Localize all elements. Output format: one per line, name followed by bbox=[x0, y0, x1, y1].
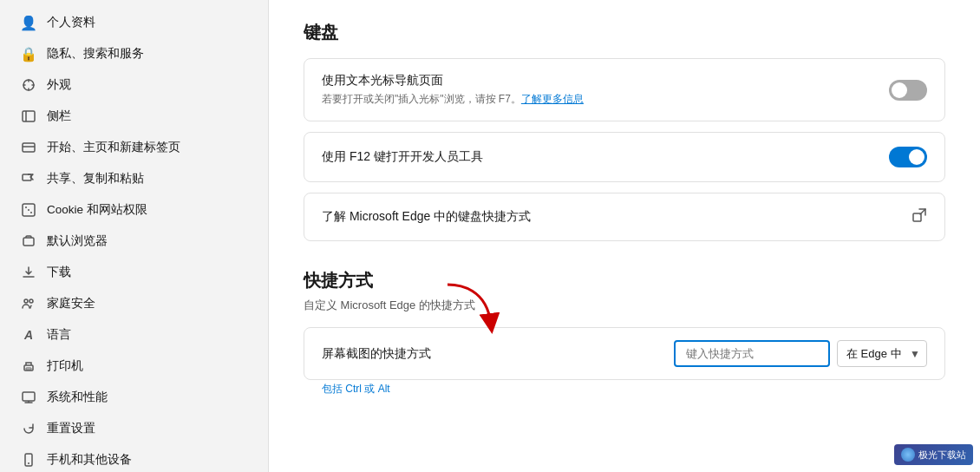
sidebar-item-personal[interactable]: 👤 个人资料 bbox=[3, 7, 265, 38]
svg-point-10 bbox=[30, 212, 32, 213]
sidebar-item-reset[interactable]: 重置设置 bbox=[3, 413, 265, 444]
sidebar-label-appearance: 外观 bbox=[47, 77, 71, 93]
sidebar-item-appearance[interactable]: 外观 bbox=[3, 69, 265, 101]
card2-toggle[interactable] bbox=[889, 147, 927, 167]
mobile-icon bbox=[21, 452, 36, 468]
watermark-logo bbox=[901, 448, 915, 462]
shortcuts-description: 自定义 Microsoft Edge 的快捷方式 bbox=[304, 298, 945, 313]
sidebar-label-reset: 重置设置 bbox=[47, 421, 95, 436]
external-link-icon bbox=[911, 207, 927, 226]
printer-icon bbox=[21, 358, 36, 374]
keyboard-section-title: 键盘 bbox=[304, 21, 945, 44]
sidebar-item-cookies[interactable]: Cookie 和网站权限 bbox=[3, 194, 265, 226]
sidebar-label-printer: 打印机 bbox=[47, 358, 83, 374]
shortcut-hint: 包括 Ctrl 或 Alt bbox=[322, 382, 390, 397]
sidebar-item-family[interactable]: 家庭安全 bbox=[3, 288, 265, 319]
sidebar-item-language[interactable]: A 语言 bbox=[3, 319, 265, 351]
svg-rect-16 bbox=[26, 368, 31, 370]
share-icon bbox=[21, 171, 36, 187]
sidebar-label-default: 默认浏览器 bbox=[47, 233, 108, 249]
sidebar-item-sidebar[interactable]: 侧栏 bbox=[3, 101, 265, 132]
svg-rect-11 bbox=[23, 238, 34, 246]
main-content: 键盘 使用文本光标导航页面 若要打开或关闭"插入光标"浏览，请按 F7。了解更多… bbox=[269, 0, 980, 472]
sidebar-label-cookies: Cookie 和网站权限 bbox=[47, 202, 147, 218]
download-icon bbox=[21, 265, 36, 280]
svg-point-13 bbox=[24, 299, 28, 303]
sidebar-label-language: 语言 bbox=[47, 327, 71, 343]
card-text-cursor: 使用文本光标导航页面 若要打开或关闭"插入光标"浏览，请按 F7。了解更多信息 bbox=[304, 58, 945, 121]
system-icon bbox=[21, 390, 36, 405]
svg-point-9 bbox=[28, 209, 29, 211]
sidebar-item-privacy[interactable]: 🔒 隐私、搜索和服务 bbox=[3, 38, 265, 69]
shortcut-controls: 在 Edge 中 全局 ▼ bbox=[674, 340, 927, 367]
svg-rect-3 bbox=[23, 143, 35, 152]
select-wrapper: 在 Edge 中 全局 ▼ bbox=[837, 340, 927, 367]
sidebar-item-printer[interactable]: 打印机 bbox=[3, 351, 265, 382]
card1-subtitle: 若要打开或关闭"插入光标"浏览，请按 F7。了解更多信息 bbox=[322, 92, 584, 107]
sidebar-item-mobile[interactable]: 手机和其他设备 bbox=[3, 444, 265, 472]
sidebar-label-download: 下载 bbox=[47, 265, 71, 280]
sidebar-item-download[interactable]: 下载 bbox=[3, 257, 265, 288]
shortcut-input[interactable] bbox=[674, 340, 830, 367]
scope-select[interactable]: 在 Edge 中 全局 bbox=[837, 340, 927, 367]
personal-icon: 👤 bbox=[21, 15, 36, 30]
sidebar-label-privacy: 隐私、搜索和服务 bbox=[47, 46, 144, 62]
svg-rect-1 bbox=[23, 111, 35, 121]
watermark-text: 极光下载站 bbox=[918, 449, 966, 462]
card1-title: 使用文本光标导航页面 bbox=[322, 73, 584, 88]
family-icon bbox=[21, 296, 36, 311]
reset-icon bbox=[21, 421, 36, 436]
screenshot-shortcut-row: 屏幕截图的快捷方式 在 Edge 中 全局 ▼ 包括 Ctrl 或 Alt bbox=[304, 327, 945, 380]
sidebar-item-system[interactable]: 系统和性能 bbox=[3, 382, 265, 413]
card3-title: 了解 Microsoft Edge 中的键盘快捷方式 bbox=[322, 209, 531, 225]
sidebar-label-mobile: 手机和其他设备 bbox=[47, 452, 132, 468]
language-icon: A bbox=[21, 327, 36, 343]
sidebar-item-default[interactable]: 默认浏览器 bbox=[3, 226, 265, 257]
sidebar-item-newtab[interactable]: 开始、主页和新建标签页 bbox=[3, 132, 265, 163]
sidebar-label-sidebar: 侧栏 bbox=[47, 108, 71, 124]
sidebar-label-share: 共享、复制和粘贴 bbox=[47, 171, 144, 187]
svg-rect-17 bbox=[23, 392, 35, 401]
card1-toggle[interactable] bbox=[889, 80, 927, 101]
watermark: 极光下载站 bbox=[894, 444, 973, 465]
sidebar-label-system: 系统和性能 bbox=[47, 390, 108, 405]
newtab-icon bbox=[21, 140, 36, 155]
cookies-icon bbox=[21, 202, 36, 218]
sidebar-label-family: 家庭安全 bbox=[47, 296, 95, 311]
sidebar-label-newtab: 开始、主页和新建标签页 bbox=[47, 140, 180, 155]
card-f12: 使用 F12 键打开开发人员工具 bbox=[304, 132, 945, 182]
shortcuts-section-title: 快捷方式 bbox=[304, 269, 945, 292]
privacy-icon: 🔒 bbox=[21, 46, 36, 62]
default-icon bbox=[21, 233, 36, 249]
card2-title: 使用 F12 键打开开发人员工具 bbox=[322, 149, 483, 165]
svg-point-14 bbox=[29, 299, 33, 303]
sidebar-item-share[interactable]: 共享、复制和粘贴 bbox=[3, 163, 265, 194]
card1-link[interactable]: 了解更多信息 bbox=[521, 93, 584, 105]
card-shortcuts-learn[interactable]: 了解 Microsoft Edge 中的键盘快捷方式 bbox=[304, 193, 945, 241]
svg-point-8 bbox=[25, 206, 27, 208]
svg-point-21 bbox=[28, 462, 29, 464]
sidebar: 👤 个人资料 🔒 隐私、搜索和服务 外观 侧栏 开始、主页和新建标签页 共享、复… bbox=[0, 0, 269, 472]
appearance-icon bbox=[21, 77, 36, 93]
sidebar-icon bbox=[21, 108, 36, 124]
svg-line-25 bbox=[920, 209, 925, 214]
screenshot-shortcut-label: 屏幕截图的快捷方式 bbox=[322, 346, 431, 362]
sidebar-label-personal: 个人资料 bbox=[47, 15, 95, 30]
